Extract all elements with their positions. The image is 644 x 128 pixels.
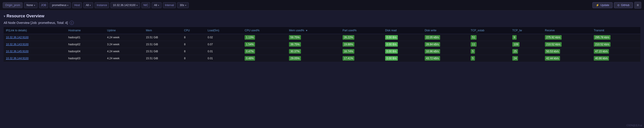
table-row: 10.32.36.142:9100hadoop014.24 week15.51 … — [4, 34, 640, 41]
update-lightning-icon: ⚡ — [596, 3, 599, 7]
prometheus-chevron-icon: ▾ — [67, 4, 68, 6]
data-cell: 47.15 kb/s — [592, 48, 640, 55]
data-cell: 11 — [468, 41, 510, 48]
info-icon[interactable]: i — [70, 21, 74, 25]
data-cell: 0.00 B/s — [383, 34, 422, 41]
table-row: 10.32.36.143:9100hadoop023.24 week15.51 … — [4, 41, 640, 48]
col-part-used: Part used% — [340, 27, 383, 34]
nic-select[interactable]: All ▾ — [152, 2, 162, 8]
instance-label: Instance — [94, 2, 109, 8]
data-cell: 59.75% — [287, 34, 340, 41]
data-cell: 1.54% — [242, 41, 287, 48]
data-cell: hadoop01 — [66, 34, 105, 41]
mem-sort-icon: ▼ — [306, 29, 308, 32]
ip-cell[interactable]: 10.32.36.144:9100 — [4, 55, 66, 62]
data-cell: 0.01 — [205, 48, 242, 55]
data-cell: 39.75% — [287, 41, 340, 48]
data-cell: 15.51 GiB — [144, 55, 182, 62]
section-title: Resource Overview — [6, 14, 44, 18]
data-cell: 4.24 week — [105, 48, 144, 55]
github-button[interactable]: ⊙ GitHub — [614, 2, 633, 8]
table-row: 10.32.36.145:9100hadoop044.24 week15.51 … — [4, 48, 640, 55]
data-cell: 295.78 kb/s — [592, 34, 640, 41]
data-cell: 30.37% — [287, 48, 340, 55]
data-cell: 24 — [510, 55, 543, 62]
ip-cell[interactable]: 10.32.36.142:9100 — [4, 34, 66, 41]
data-cell: 8 — [182, 55, 205, 62]
data-cell: 0.48% — [242, 55, 287, 62]
data-cell: 43.72 kB/s — [422, 55, 469, 62]
host-select[interactable]: All ▾ — [83, 2, 93, 8]
data-cell: 15.51 GiB — [144, 34, 182, 41]
col-cpu: CPU — [182, 27, 205, 34]
col-mem-used[interactable]: Mem used% ▼ — [287, 27, 340, 34]
none-select[interactable]: None ▾ — [24, 2, 38, 8]
interval-label: Interval — [163, 2, 176, 8]
data-cell: 17.41% — [340, 55, 383, 62]
data-cell: 275.92 kb/s — [543, 34, 592, 41]
data-cell: 8 — [182, 34, 205, 41]
data-cell: 0.00 B/s — [383, 48, 422, 55]
table-header-row: IP(Link to details) Hostname Uptime Mem … — [4, 27, 640, 34]
data-cell: 10.96 kB/s — [422, 48, 469, 55]
data-cell: 51 — [468, 34, 510, 41]
nic-chevron-icon: ▾ — [158, 4, 159, 6]
col-receive: Receive — [543, 27, 592, 34]
menu-button[interactable]: ≡ — [634, 2, 641, 8]
col-transmit: Transmit — [592, 27, 640, 34]
data-cell: 0.02 — [205, 34, 242, 41]
nic-label: NIC — [142, 2, 150, 8]
data-cell: 40.86 kb/s — [592, 55, 640, 62]
instance-chevron-icon: ▾ — [136, 4, 138, 6]
data-cell: hadoop03 — [66, 55, 105, 62]
data-cell: 25 — [510, 48, 543, 55]
data-cell: 0.01 — [205, 55, 242, 62]
data-cell: 29.05% — [287, 55, 340, 62]
data-cell: 26.22% — [340, 34, 383, 41]
data-cell: 19.88% — [340, 41, 383, 48]
data-cell: 0.00 B/s — [383, 41, 422, 48]
section-header: ▾ Resource Overview — [0, 11, 644, 21]
col-hostname: Hostname — [66, 27, 105, 34]
interval-chevron-icon: ▾ — [185, 4, 186, 6]
data-cell: 1.13% — [242, 34, 287, 41]
data-cell: 15.51 GiB — [144, 41, 182, 48]
data-cell: 9 — [510, 34, 543, 41]
prometheus-select[interactable]: prometheus ▾ — [50, 2, 71, 8]
data-cell: 0.00 B/s — [383, 55, 422, 62]
ip-cell[interactable]: 10.32.36.145:9100 — [4, 48, 66, 55]
ip-cell[interactable]: 10.32.36.143:9100 — [4, 41, 66, 48]
data-cell: 8 — [182, 48, 205, 55]
toolbar: Origin_prom None ▾ JOB prometheus ▾ Host… — [0, 0, 644, 11]
data-cell: 4.24 week — [105, 55, 144, 62]
data-cell: 0.47% — [242, 48, 287, 55]
instance-select[interactable]: 10.32.36.142:9100 ▾ — [110, 2, 140, 8]
col-mem: Mem — [144, 27, 182, 34]
data-cell: 8 — [182, 41, 205, 48]
update-button[interactable]: ⚡ Update — [592, 2, 613, 8]
data-cell: 5 — [468, 48, 510, 55]
col-disk-write: Disk write — [422, 27, 469, 34]
data-cell: 210.52 kb/s — [543, 41, 592, 48]
data-cell: hadoop02 — [66, 41, 105, 48]
data-cell: 5 — [468, 55, 510, 62]
interval-select[interactable]: 30s ▾ — [177, 2, 188, 8]
data-cell: 15.51 GiB — [144, 48, 182, 55]
col-disk-read: Disk read — [383, 27, 422, 34]
col-ip: IP(Link to details) — [4, 27, 66, 34]
section-arrow-icon[interactable]: ▾ — [4, 14, 5, 18]
col-tcp-estab: TCP_estab — [468, 27, 510, 34]
data-cell: 3.24 week — [105, 41, 144, 48]
col-cpu-used: CPU used% — [242, 27, 287, 34]
data-cell: 16.74% — [340, 48, 383, 55]
table-title: All Node Overview [Job: prometheus, Tota… — [4, 21, 68, 25]
data-cell: 22.05 kB/s — [422, 34, 469, 41]
origin-button[interactable]: Origin_prom — [3, 2, 23, 8]
data-cell: 109 — [510, 41, 543, 48]
table-row: 10.32.36.144:9100hadoop034.24 week15.51 … — [4, 55, 640, 62]
job-label: JOB — [39, 2, 48, 8]
data-cell: 210.52 kb/s — [592, 41, 640, 48]
overview-table: IP(Link to details) Hostname Uptime Mem … — [4, 27, 640, 62]
col-tcp-tw: TCP_tw — [510, 27, 543, 34]
host-chevron-icon: ▾ — [90, 4, 91, 6]
